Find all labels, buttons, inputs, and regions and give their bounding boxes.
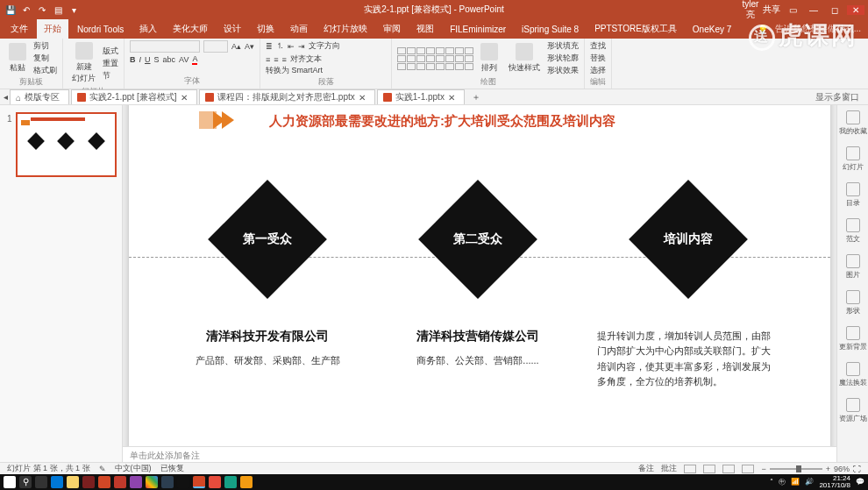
indent-dec-icon[interactable]: ⇤ (288, 42, 295, 51)
new-slide-button[interactable]: 新建 幻灯片 (68, 40, 99, 86)
tell-me-input[interactable]: 告诉我您想要做什么... (775, 23, 861, 35)
share-button[interactable]: 共享 (763, 4, 780, 16)
maximize-icon[interactable]: ◻ (826, 5, 843, 15)
font-family-input[interactable] (130, 40, 200, 53)
tab-ispring[interactable]: iSpring Suite 8 (515, 19, 586, 39)
panel-shape[interactable]: 形状 (846, 290, 860, 316)
text-direction-button[interactable]: 文字方向 (309, 40, 340, 52)
ribbon-options-icon[interactable]: ▭ (784, 5, 801, 15)
search-icon[interactable]: ⚲ (19, 476, 32, 488)
start-icon[interactable] (4, 476, 16, 488)
fit-window-icon[interactable]: ⛶ (853, 465, 861, 473)
format-painter-button[interactable]: 格式刷 (33, 65, 57, 76)
close-tab-icon[interactable]: ✕ (359, 93, 366, 103)
tab-animations[interactable]: 动画 (283, 19, 315, 39)
font-size-input[interactable] (203, 40, 228, 53)
shadow-icon[interactable]: abc (163, 55, 176, 64)
app-icon[interactable] (114, 476, 126, 488)
powerpoint-icon[interactable] (193, 476, 205, 488)
tab-transitions[interactable]: 切换 (250, 19, 281, 39)
shape-effects-button[interactable]: 形状效果 (547, 65, 579, 76)
font-color-icon[interactable]: A (192, 54, 197, 65)
shape-fill-button[interactable]: 形状填充 (547, 40, 579, 52)
strike-icon[interactable]: S (154, 55, 160, 64)
zoom-in-icon[interactable]: + (826, 465, 830, 473)
doc-tab-templates[interactable]: ⌂模版专区 (10, 89, 69, 104)
reset-button[interactable]: 重置 (103, 58, 118, 69)
numbering-icon[interactable]: ⒈ (276, 40, 284, 52)
shape-outline-button[interactable]: 形状轮廓 (547, 53, 579, 64)
copy-button[interactable]: 复制 (33, 53, 57, 64)
notes-pane[interactable]: 单击此处添加备注 (123, 446, 836, 464)
col2-subheading[interactable]: 清洋科技营销传媒公司 (381, 329, 574, 344)
paste-button[interactable]: 粘贴 (5, 41, 30, 75)
user-name[interactable]: tyler亮 (742, 0, 759, 21)
panel-magic[interactable]: 魔法换装 (839, 362, 867, 387)
doc-tab-3[interactable]: 实践1-1.pptx✕ (377, 89, 465, 104)
tray-up-icon[interactable]: ˄ (770, 479, 773, 486)
taskview-icon[interactable] (35, 476, 47, 488)
panel-image[interactable]: 图片 (846, 254, 860, 280)
close-icon[interactable]: ✕ (847, 5, 864, 15)
panel-resource[interactable]: 资源广场 (839, 398, 867, 423)
app-icon[interactable] (224, 476, 237, 488)
explorer-icon[interactable] (67, 476, 79, 488)
panel-sample[interactable]: 范文 (846, 218, 860, 244)
spacing-icon[interactable]: AV (179, 55, 189, 64)
align-center-icon[interactable]: ≡ (274, 55, 278, 64)
select-button[interactable]: 选择 (590, 65, 606, 76)
normal-view-icon[interactable] (684, 465, 696, 473)
tab-home[interactable]: 开始 (37, 19, 68, 39)
panel-slides[interactable]: 幻灯片 (843, 146, 864, 172)
app-icon[interactable] (98, 476, 110, 488)
tab-insert[interactable]: 插入 (132, 19, 164, 39)
tab-slideshow[interactable]: 幻灯片放映 (317, 19, 374, 39)
close-tab-icon[interactable]: ✕ (448, 93, 455, 103)
tab-nordri[interactable]: Nordri Tools (70, 19, 131, 39)
col1-body[interactable]: 产品部、研发部、采购部、生产部 (171, 353, 364, 369)
volume-icon[interactable]: 🔊 (805, 479, 814, 486)
slide-canvas[interactable]: 人力资源部最需要改进的地方:扩大培训受众范围及培训内容 第一受众 清洋科技开发有… (129, 105, 830, 446)
zoom-out-icon[interactable]: − (761, 465, 765, 473)
new-tab-icon[interactable]: ＋ (466, 91, 486, 103)
app-icon[interactable] (177, 476, 189, 488)
col3-body[interactable]: 提升转训力度，增加转训人员范围，由部门内部扩大为中心内部或关联部门。扩大培训内容… (592, 329, 785, 390)
app-icon[interactable] (161, 476, 174, 488)
zoom-value[interactable]: 96% (834, 465, 850, 473)
column-2[interactable]: 第二受众 清洋科技营销传媒公司 商务部、公关部、营销部...... (381, 197, 574, 369)
italic-icon[interactable]: I (139, 55, 142, 64)
shapes-gallery[interactable] (397, 47, 473, 70)
app-icon[interactable] (82, 476, 95, 488)
find-button[interactable]: 查找 (590, 40, 606, 52)
arrange-button[interactable]: 排列 (477, 41, 502, 75)
clock-date[interactable]: 2017/10/8 (819, 482, 850, 489)
tab-fileminimizer[interactable]: FILEminimizer (443, 19, 513, 39)
redo-icon[interactable]: ↷ (37, 4, 47, 15)
doc-tab-1[interactable]: 实践2-1.ppt [兼容模式]✕ (71, 89, 196, 104)
collapse-tabs-icon[interactable]: ◂ (4, 92, 8, 102)
edge-icon[interactable] (51, 476, 63, 488)
column-3[interactable]: 培训内容 提升转训力度，增加转训人员范围，由部门内部扩大为中心内部或关联部门。扩… (592, 197, 785, 390)
ime-icon[interactable]: ㊥ (779, 479, 786, 486)
language-status[interactable]: 中文(中国) (115, 463, 152, 474)
chrome-icon[interactable] (146, 476, 158, 488)
cut-button[interactable]: 剪切 (33, 40, 57, 52)
comments-toggle[interactable]: 批注 (661, 463, 677, 474)
qat-more-icon[interactable]: ▾ (68, 4, 79, 15)
doc-tab-2[interactable]: 课程四：排版规则之对齐思密1.pptx✕ (199, 89, 375, 104)
panel-background[interactable]: 更新背景 (839, 326, 867, 352)
underline-icon[interactable]: U (145, 55, 151, 64)
tab-file[interactable]: 文件 (4, 19, 35, 39)
col1-subheading[interactable]: 清洋科技开发有限公司 (171, 329, 364, 344)
tab-beautify[interactable]: 美化大师 (166, 19, 215, 39)
diamond-shape-3[interactable]: 培训内容 (629, 180, 748, 299)
bold-icon[interactable]: B (130, 55, 136, 64)
zoom-slider[interactable] (770, 468, 822, 470)
app-icon[interactable] (130, 476, 142, 488)
notification-icon[interactable]: 💬 (856, 479, 864, 486)
column-1[interactable]: 第一受众 清洋科技开发有限公司 产品部、研发部、采购部、生产部 (171, 197, 364, 369)
smartart-button[interactable]: 转换为 SmartArt (266, 65, 323, 76)
notes-toggle[interactable]: 备注 (638, 463, 654, 474)
tab-review[interactable]: 审阅 (376, 19, 408, 39)
diamond-shape-2[interactable]: 第二受众 (418, 180, 537, 299)
